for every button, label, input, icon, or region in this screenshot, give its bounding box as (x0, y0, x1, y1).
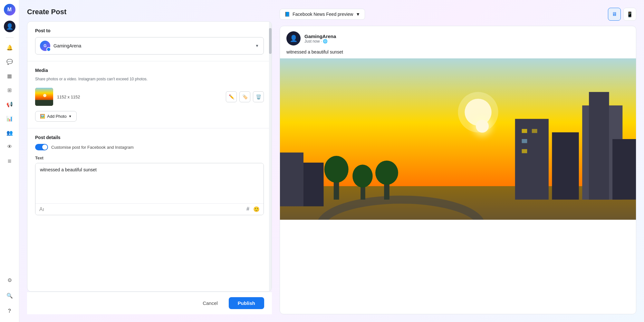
svg-rect-2 (35, 100, 53, 106)
preview-post-text: witnessed a beautiful sunset (280, 49, 636, 58)
delete-media-button[interactable]: 🗑️ (253, 91, 264, 102)
add-photo-icon: 🖼️ (40, 114, 45, 119)
svg-point-22 (375, 161, 398, 185)
app-logo: M (4, 4, 15, 15)
post-to-label: Post to (35, 28, 264, 33)
ai-text-icon: Aı (39, 206, 44, 212)
sidebar-item-audience[interactable] (4, 127, 15, 138)
page-avatar: G (40, 41, 50, 51)
sidebar-item-monitor[interactable] (4, 141, 15, 153)
svg-rect-23 (280, 153, 303, 206)
media-item: 1152 x 1152 ✏️ 🏷️ 🗑️ (35, 85, 264, 108)
toggle-container: Customise post for Facebook and Instagra… (35, 144, 264, 150)
main-content: Create Post Post to G GamingArena ▼ (19, 0, 644, 322)
sidebar-item-analytics[interactable] (4, 113, 15, 124)
sidebar-item-planner[interactable] (4, 70, 15, 82)
post-details-section: Post details Customise post for Facebook… (27, 128, 272, 222)
preview-card: 👤 GamingArena Just now · 🌐 witnessed a b… (280, 26, 636, 314)
page-name: GamingArena (53, 43, 81, 48)
media-thumbnail (35, 88, 53, 106)
media-label: Media (35, 68, 264, 73)
sidebar-item-campaigns[interactable] (4, 98, 15, 110)
sidebar: M 👤 (0, 0, 19, 322)
sidebar-item-menu[interactable] (4, 155, 15, 167)
hashtag-icon[interactable]: # (246, 206, 249, 212)
svg-point-5 (458, 92, 498, 132)
customise-toggle[interactable] (35, 144, 48, 150)
text-area-footer: Aı # 🙂 (35, 203, 264, 215)
dropdown-arrow-icon: ▼ (255, 44, 259, 48)
publish-button[interactable]: Publish (229, 297, 264, 309)
svg-point-18 (324, 156, 349, 183)
text-section-label: Text (35, 156, 264, 160)
svg-rect-13 (522, 129, 527, 133)
facebook-icon: 📘 (284, 12, 290, 17)
sidebar-item-settings[interactable] (4, 274, 15, 286)
svg-rect-9 (552, 132, 579, 199)
page-title: Create Post (27, 8, 272, 16)
avatar[interactable]: 👤 (4, 21, 15, 32)
edit-media-button[interactable]: ✏️ (226, 91, 237, 102)
page-avatar-badge (46, 47, 51, 52)
svg-point-20 (352, 165, 373, 187)
preview-avatar: 👤 (286, 31, 301, 45)
sidebar-divider (6, 37, 14, 38)
add-photo-label: Add Photo (47, 114, 67, 119)
sidebar-item-search[interactable] (4, 290, 15, 301)
preview-network-dropdown[interactable]: 📘 Facebook News Feed preview ▼ (280, 9, 365, 20)
post-to-dropdown[interactable]: G GamingArena ▼ (35, 37, 264, 55)
mobile-preview-button[interactable]: 📱 (623, 8, 636, 21)
preview-image (280, 58, 636, 220)
svg-rect-11 (589, 92, 609, 200)
emoji-icon[interactable]: 🙂 (253, 206, 260, 212)
sidebar-item-notifications[interactable] (4, 42, 15, 53)
preview-header: 👤 GamingArena Just now · 🌐 (280, 26, 636, 49)
scrollbar-track[interactable] (269, 22, 272, 291)
media-dimensions: 1152 x 1152 (57, 95, 222, 99)
post-to-section: Post to G GamingArena ▼ (27, 22, 272, 61)
mobile-icon: 📱 (627, 11, 633, 17)
media-actions: ✏️ 🏷️ 🗑️ (226, 91, 264, 102)
media-subtitle: Share photos or a video. Instagram posts… (35, 77, 264, 81)
svg-rect-16 (522, 149, 527, 153)
preview-panel: 📘 Facebook News Feed preview ▼ 🖥 📱 👤 G (280, 8, 636, 314)
desktop-icon: 🖥 (612, 11, 617, 17)
preview-username: GamingArena (304, 34, 336, 39)
svg-rect-24 (303, 163, 324, 206)
left-panel: Create Post Post to G GamingArena ▼ (27, 8, 272, 314)
sidebar-item-help[interactable] (4, 305, 15, 317)
sidebar-item-grid[interactable] (4, 84, 15, 96)
add-photo-chevron-icon: ▼ (69, 115, 72, 118)
add-photo-button[interactable]: 🖼️ Add Photo ▼ (35, 111, 77, 122)
preview-device-buttons: 🖥 📱 (608, 8, 636, 21)
preview-meta: Just now · 🌐 (304, 39, 336, 44)
svg-rect-14 (532, 129, 537, 133)
media-section: Media Share photos or a video. Instagram… (27, 61, 272, 128)
svg-point-1 (43, 94, 46, 97)
svg-rect-12 (612, 139, 636, 200)
preview-dropdown-label: Facebook News Feed preview (293, 12, 353, 17)
form-footer: Cancel Publish (27, 292, 272, 314)
svg-rect-15 (522, 139, 527, 143)
post-details-label: Post details (35, 135, 264, 140)
post-text-input[interactable] (35, 163, 264, 202)
create-post-form: Post to G GamingArena ▼ Media Share phot… (27, 21, 272, 292)
preview-dropdown-chevron-icon: ▼ (356, 12, 360, 17)
tag-media-button[interactable]: 🏷️ (239, 91, 250, 102)
text-area-wrapper: Aı # 🙂 (35, 163, 264, 215)
sidebar-item-messages[interactable] (4, 56, 15, 67)
cancel-button[interactable]: Cancel (196, 297, 225, 309)
toggle-label: Customise post for Facebook and Instagra… (51, 145, 134, 150)
preview-toolbar: 📘 Facebook News Feed preview ▼ 🖥 📱 (280, 8, 636, 21)
desktop-preview-button[interactable]: 🖥 (608, 8, 621, 21)
scrollbar-thumb[interactable] (269, 28, 272, 54)
